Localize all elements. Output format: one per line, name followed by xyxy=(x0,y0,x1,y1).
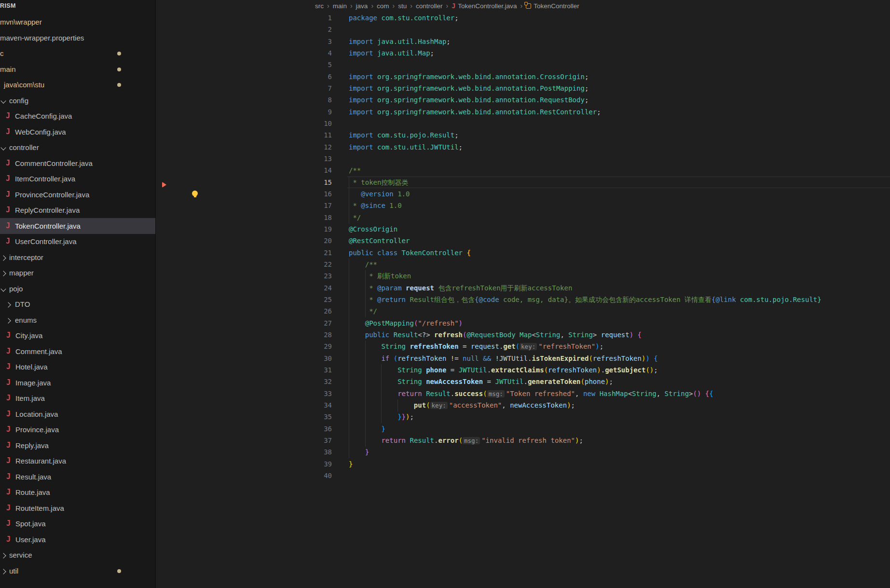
code-line-5[interactable]: 5 xyxy=(156,59,890,71)
line-number[interactable]: 11 xyxy=(312,129,332,141)
code-line-15[interactable]: 15 * token控制器类 xyxy=(156,177,890,189)
code-line-23[interactable]: 23 * 刷新token xyxy=(156,270,890,282)
code-line-26[interactable]: 26 */ xyxy=(156,305,890,317)
lightbulb-code-action-icon[interactable] xyxy=(192,191,198,196)
line-number[interactable]: 31 xyxy=(312,364,332,376)
code-line-28[interactable]: 28 public Result<?> refresh(@RequestBody… xyxy=(156,329,890,341)
sidebar-item-user-java[interactable]: JUser.java xyxy=(0,532,155,547)
breadcrumb-item-controller[interactable]: controller xyxy=(416,2,443,10)
sidebar-item-comment-java[interactable]: JComment.java xyxy=(0,343,155,359)
line-number[interactable]: 33 xyxy=(312,388,332,399)
line-number[interactable]: 15 xyxy=(312,177,332,188)
code-line-10[interactable]: 10 xyxy=(156,118,890,130)
line-number[interactable]: 8 xyxy=(312,94,332,106)
line-number[interactable]: 21 xyxy=(312,247,332,259)
line-number[interactable]: 20 xyxy=(312,235,332,246)
code-editor[interactable]: src›main›java›com›stu›controller›JTokenC… xyxy=(156,0,890,588)
line-number[interactable]: 18 xyxy=(312,212,332,223)
sidebar-item-itemcontroller-java[interactable]: JItemController.java xyxy=(0,171,155,187)
code-line-12[interactable]: 12import com.stu.util.JWTUtil; xyxy=(156,141,890,153)
breadcrumb-item-src[interactable]: src xyxy=(315,2,324,10)
line-number[interactable]: 29 xyxy=(312,341,332,352)
breadcrumb-item-com[interactable]: com xyxy=(377,2,389,10)
code-line-1[interactable]: 1package com.stu.controller; xyxy=(156,12,890,24)
sidebar-item-provincecontroller-java[interactable]: JProvinceController.java xyxy=(0,187,155,203)
line-number[interactable]: 6 xyxy=(312,71,332,82)
line-number[interactable]: 3 xyxy=(312,36,332,47)
sidebar-item-province-java[interactable]: JProvince.java xyxy=(0,422,155,438)
breadcrumb-symbol[interactable]: TokenController xyxy=(534,2,579,10)
code-line-36[interactable]: 36 } xyxy=(156,423,890,435)
sidebar-item-c[interactable]: c xyxy=(0,45,155,61)
code-line-2[interactable]: 2 xyxy=(156,24,890,36)
code-line-40[interactable]: 40 xyxy=(156,470,890,482)
line-number[interactable]: 35 xyxy=(312,411,332,423)
sidebar-item-interceptor[interactable]: interceptor xyxy=(0,249,155,265)
code-line-20[interactable]: 20@RestController xyxy=(156,235,890,247)
sidebar-item-usercontroller-java[interactable]: JUserController.java xyxy=(0,233,155,249)
sidebar-item-maven-wrapper-properties[interactable]: maven-wrapper.properties xyxy=(0,30,155,46)
line-number[interactable]: 4 xyxy=(312,47,332,59)
code-line-24[interactable]: 24 * @param request 包含refreshToken用于刷新ac… xyxy=(156,282,890,294)
sidebar-item-city-java[interactable]: JCity.java xyxy=(0,328,155,343)
code-line-3[interactable]: 3import java.util.HashMap; xyxy=(156,36,890,48)
line-number[interactable]: 25 xyxy=(312,294,332,305)
code-line-18[interactable]: 18 */ xyxy=(156,212,890,224)
sidebar-item-reply-java[interactable]: JReply.java xyxy=(0,438,155,453)
code-line-19[interactable]: 19@CrossOrigin xyxy=(156,223,890,235)
code-line-30[interactable]: 30 if (refreshToken != null && !JWTUtil.… xyxy=(156,353,890,365)
line-number[interactable]: 36 xyxy=(312,423,332,435)
sidebar-item-cacheconfig-java[interactable]: JCacheConfig.java xyxy=(0,108,155,124)
breadcrumb-item-stu[interactable]: stu xyxy=(398,2,407,10)
line-number[interactable]: 23 xyxy=(312,270,332,282)
code-line-9[interactable]: 9import org.springframework.web.bind.ann… xyxy=(156,106,890,118)
code-line-35[interactable]: 35 }}); xyxy=(156,411,890,423)
code-line-16[interactable]: 16 @version 1.0 xyxy=(156,188,890,200)
line-number[interactable]: 5 xyxy=(312,59,332,70)
sidebar-item-route-java[interactable]: JRoute.java xyxy=(0,484,155,500)
sidebar-item-pojo[interactable]: pojo xyxy=(0,281,155,297)
line-number[interactable]: 17 xyxy=(312,200,332,211)
sidebar-item-replycontroller-java[interactable]: JReplyController.java xyxy=(0,202,155,218)
code-line-38[interactable]: 38 } xyxy=(156,446,890,458)
code-line-27[interactable]: 27 @PostMapping("/refresh") xyxy=(156,317,890,329)
sidebar-item-util[interactable]: util xyxy=(0,563,155,579)
line-number[interactable]: 9 xyxy=(312,106,332,118)
sidebar-item-image-java[interactable]: JImage.java xyxy=(0,375,155,391)
line-number[interactable]: 26 xyxy=(312,305,332,317)
code-line-25[interactable]: 25 * @return Result组合包，包含{@code code, ms… xyxy=(156,294,890,306)
code-line-37[interactable]: 37 return Result.error(msg:"invalid refr… xyxy=(156,435,890,447)
breadcrumb-item-main[interactable]: main xyxy=(333,2,347,10)
line-number[interactable]: 28 xyxy=(312,329,332,341)
line-number[interactable]: 34 xyxy=(312,399,332,411)
line-number[interactable]: 38 xyxy=(312,446,332,458)
line-number[interactable]: 24 xyxy=(312,282,332,294)
sidebar-item-controller[interactable]: controller xyxy=(0,139,155,155)
line-number[interactable]: 37 xyxy=(312,435,332,446)
code-line-21[interactable]: 21public class TokenController { xyxy=(156,247,890,259)
line-number[interactable]: 39 xyxy=(312,458,332,470)
line-number[interactable]: 16 xyxy=(312,188,332,200)
sidebar-item-location-java[interactable]: JLocation.java xyxy=(0,406,155,422)
code-line-33[interactable]: 33 return Result.success(msg:"Token refr… xyxy=(156,388,890,400)
sidebar-item-mapper[interactable]: mapper xyxy=(0,265,155,281)
sidebar-item-mvn-wrapper[interactable]: mvn\wrapper xyxy=(0,14,155,30)
line-number[interactable]: 30 xyxy=(312,353,332,364)
sidebar-item-commentcontroller-java[interactable]: JCommentController.java xyxy=(0,155,155,171)
sidebar-item-dto[interactable]: DTO xyxy=(0,296,155,312)
code-line-39[interactable]: 39} xyxy=(156,458,890,470)
code-line-6[interactable]: 6import org.springframework.web.bind.ann… xyxy=(156,71,890,83)
sidebar-item-enums[interactable]: enums xyxy=(0,312,155,328)
line-number[interactable]: 27 xyxy=(312,317,332,329)
sidebar-item-webconfig-java[interactable]: JWebConfig.java xyxy=(0,124,155,140)
code-line-4[interactable]: 4import java.util.Map; xyxy=(156,47,890,59)
sidebar-item-main[interactable]: main xyxy=(0,61,155,77)
line-number[interactable]: 22 xyxy=(312,259,332,270)
line-number[interactable]: 2 xyxy=(312,24,332,35)
line-number[interactable]: 13 xyxy=(312,153,332,164)
line-number[interactable]: 40 xyxy=(312,470,332,481)
sidebar-item-restaurant-java[interactable]: JRestaurant.java xyxy=(0,453,155,469)
code-line-22[interactable]: 22 /** xyxy=(156,259,890,271)
line-number[interactable]: 12 xyxy=(312,141,332,153)
sidebar-item-config[interactable]: config xyxy=(0,93,155,109)
